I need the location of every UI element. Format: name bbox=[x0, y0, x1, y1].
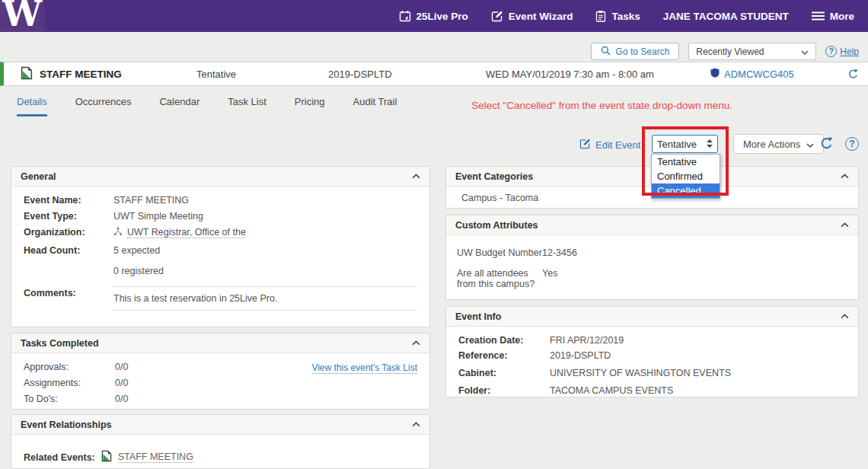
event-state-value: Tentative bbox=[657, 139, 697, 150]
event-summary-name: STAFF MEETING bbox=[21, 62, 122, 85]
event-state-select[interactable]: Tentative bbox=[652, 135, 718, 153]
more-actions-button[interactable]: More Actions bbox=[733, 134, 824, 154]
top-navigation-bar: W 25Live Pro Event Wizard Tasks JANE TAC… bbox=[0, 0, 868, 32]
toolbar: Go to Search Recently Viewed ? Help bbox=[591, 43, 859, 60]
event-summary-location-link[interactable]: ADMCWCG405 bbox=[710, 62, 794, 85]
nav-label: 25Live Pro bbox=[416, 11, 468, 22]
panel-title: General bbox=[21, 171, 56, 182]
info-row-folder: Folder: TACOMA CAMPUS EVENTS bbox=[458, 385, 846, 396]
event-summary-datetime: WED MAY/01/2019 7:30 am - 8:00 am bbox=[486, 62, 654, 85]
related-events-label: Related Events: bbox=[24, 452, 95, 463]
row-value: 0/0 bbox=[115, 378, 128, 388]
go-to-search-label: Go to Search bbox=[616, 46, 670, 57]
attribute-row: UW Budget Number 12-3456 bbox=[457, 247, 847, 258]
relationships-panel-body: Related Events: STAFF MEETING bbox=[11, 435, 429, 469]
event-summary-reference: 2019-DSPLTD bbox=[328, 62, 392, 85]
chevron-up-icon[interactable] bbox=[412, 340, 420, 346]
attribute-label: UW Budget Number bbox=[457, 247, 542, 258]
general-panel-header[interactable]: General bbox=[11, 167, 429, 187]
field-label: Event Name: bbox=[24, 195, 113, 206]
organization-link[interactable]: UWT Registrar, Office of the bbox=[127, 227, 246, 238]
info-row-creation-date: Creation Date: FRI APR/12/2019 bbox=[458, 335, 846, 346]
panel-title: Event Categories bbox=[455, 171, 533, 182]
search-icon bbox=[601, 46, 611, 58]
info-row-cabinet: Cabinet: UNIVERSITY OF WASHINGTON EVENTS bbox=[458, 368, 846, 378]
row-assignments: Assignments: 0/0 bbox=[24, 378, 417, 388]
related-event-link[interactable]: STAFF MEETING bbox=[118, 451, 193, 463]
head-count-registered: 0 registered bbox=[113, 266, 164, 276]
nav-label: Tasks bbox=[611, 11, 640, 22]
comments-value[interactable]: This is a test reservation in 25Live Pro… bbox=[113, 286, 417, 311]
option-tentative[interactable]: Tentative bbox=[652, 155, 720, 169]
uw-logo[interactable]: W bbox=[0, 0, 44, 32]
field-event-name: Event Name: STAFF MEETING bbox=[24, 195, 417, 206]
info-label: Reference: bbox=[458, 350, 550, 361]
recently-viewed-value: Recently Viewed bbox=[696, 46, 764, 57]
attributes-panel-header[interactable]: Custom Attributes bbox=[446, 215, 858, 235]
row-label: Assignments: bbox=[24, 378, 115, 388]
related-events-row: Related Events: STAFF MEETING bbox=[24, 450, 417, 464]
tab-audit-trail[interactable]: Audit Trail bbox=[353, 96, 397, 116]
info-panel-header[interactable]: Event Info bbox=[446, 307, 858, 327]
event-document-icon bbox=[101, 450, 112, 464]
go-to-search-button[interactable]: Go to Search bbox=[591, 43, 680, 60]
relationships-panel-header[interactable]: Event Relationships bbox=[11, 415, 429, 435]
field-event-type: Event Type: UWT Simple Meeting bbox=[24, 211, 417, 222]
summary-refresh-icon[interactable] bbox=[847, 62, 859, 85]
nav-tasks[interactable]: Tasks bbox=[595, 10, 640, 22]
category-value: Campus - Tacoma bbox=[461, 193, 538, 203]
event-info-panel: Event Info Creation Date: FRI APR/12/201… bbox=[445, 306, 859, 397]
nav-user-name[interactable]: JANE TACOMA STUDENT bbox=[663, 11, 789, 22]
row-label: To Do's: bbox=[24, 394, 115, 404]
info-label: Cabinet: bbox=[458, 368, 550, 378]
attribute-value: 12-3456 bbox=[542, 247, 577, 258]
view-task-list-link[interactable]: View this event's Task List bbox=[311, 362, 417, 374]
field-head-count-registered: 0 registered bbox=[24, 266, 417, 276]
chevron-up-icon[interactable] bbox=[412, 422, 420, 427]
recently-viewed-select[interactable]: Recently Viewed bbox=[688, 43, 816, 60]
page-help-icon[interactable]: ? bbox=[845, 137, 859, 151]
chevron-up-icon[interactable] bbox=[841, 222, 849, 228]
chevron-up-icon[interactable] bbox=[841, 174, 849, 179]
select-spinner-icon bbox=[707, 139, 713, 150]
tasks-panel-header[interactable]: Tasks Completed bbox=[11, 333, 429, 353]
tab-occurrences[interactable]: Occurrences bbox=[75, 96, 132, 116]
option-confirmed[interactable]: Confirmed bbox=[652, 169, 720, 183]
event-relationships-panel: Event Relationships Related Events: STAF… bbox=[11, 414, 430, 469]
general-panel: General Event Name: STAFF MEETING Event … bbox=[11, 166, 430, 327]
row-todos: To Do's: 0/0 bbox=[24, 394, 417, 404]
question-circle-icon: ? bbox=[825, 46, 837, 57]
panel-title: Tasks Completed bbox=[21, 338, 99, 349]
info-label: Creation Date: bbox=[458, 335, 550, 346]
top-nav-items: 25Live Pro Event Wizard Tasks JANE TACOM… bbox=[399, 10, 868, 22]
nav-label: JANE TACOMA STUDENT bbox=[663, 11, 789, 22]
head-count-expected: 5 expected bbox=[113, 245, 160, 256]
option-cancelled[interactable]: Cancelled bbox=[652, 183, 720, 198]
panel-title: Event Relationships bbox=[21, 420, 111, 430]
attributes-panel-body: UW Budget Number 12-3456 Are all attende… bbox=[446, 235, 858, 307]
info-value: TACOMA CAMPUS EVENTS bbox=[550, 385, 673, 396]
tab-details[interactable]: Details bbox=[17, 96, 47, 116]
chevron-up-icon[interactable] bbox=[412, 174, 420, 179]
tab-task-list[interactable]: Task List bbox=[228, 96, 266, 116]
tasks-completed-panel: Tasks Completed Approvals: 0/0 Assignmen… bbox=[11, 333, 430, 410]
nav-25live-pro[interactable]: 25Live Pro bbox=[399, 10, 468, 22]
edit-pencil-icon bbox=[579, 138, 591, 152]
info-row-reference: Reference: 2019-DSPLTD bbox=[458, 350, 846, 361]
event-summary-state: Tentative bbox=[196, 62, 236, 85]
tab-pricing[interactable]: Pricing bbox=[295, 96, 325, 116]
nav-event-wizard[interactable]: Event Wizard bbox=[491, 10, 573, 22]
custom-attributes-panel: Custom Attributes UW Budget Number 12-34… bbox=[445, 215, 859, 300]
page-refresh-icon[interactable] bbox=[819, 136, 834, 153]
chevron-up-icon[interactable] bbox=[841, 314, 849, 319]
attribute-label: Are all attendees from this campus? bbox=[457, 268, 542, 289]
panel-title: Event Info bbox=[455, 311, 501, 322]
event-detail-tabs: Details Occurrences Calendar Task List P… bbox=[17, 96, 397, 116]
event-summary-bar: STAFF MEETING Tentative 2019-DSPLTD WED … bbox=[0, 62, 868, 86]
nav-more[interactable]: More bbox=[812, 11, 854, 22]
help-link[interactable]: ? Help bbox=[825, 46, 859, 57]
info-value: UNIVERSITY OF WASHINGTON EVENTS bbox=[550, 368, 731, 378]
event-document-icon bbox=[21, 66, 33, 82]
tab-calendar[interactable]: Calendar bbox=[159, 96, 199, 116]
edit-event-link[interactable]: Edit Event bbox=[579, 138, 640, 152]
